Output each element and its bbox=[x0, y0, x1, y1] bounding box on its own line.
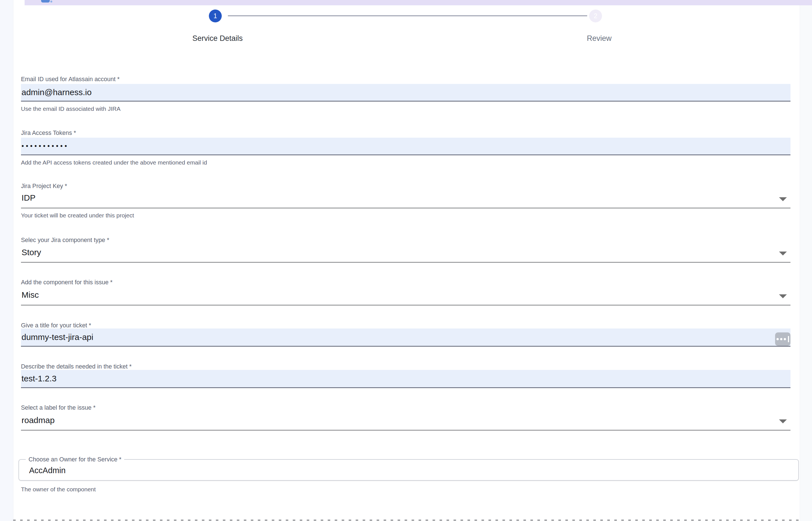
component-select-value[interactable]: Misc bbox=[22, 290, 39, 300]
component-select-underline bbox=[21, 305, 790, 305]
step-2-label[interactable]: Review bbox=[587, 34, 612, 43]
runtime-input-dot bbox=[780, 338, 782, 340]
project-key-select-value[interactable]: IDP bbox=[22, 193, 35, 203]
component-type-field-label: Selec your Jira component type * bbox=[21, 237, 109, 244]
owner-field-label: Choose an Owner for the Service * bbox=[26, 456, 124, 463]
below-fold-content-edge bbox=[13, 520, 800, 521]
email-input-value: admin@harness.io bbox=[21, 88, 92, 97]
component-type-select-underline bbox=[21, 262, 790, 263]
jira-tokens-field-label: Jira Access Tokens * bbox=[21, 130, 76, 137]
project-key-helper-text: Your ticket will be created under this p… bbox=[21, 212, 134, 219]
issue-label-caret-down-icon[interactable] bbox=[779, 420, 787, 423]
jira-tokens-masked-value: ••••••••••• bbox=[21, 142, 69, 150]
runtime-input-dot bbox=[784, 338, 786, 340]
owner-input[interactable]: Choose an Owner for the Service * AccAdm… bbox=[19, 459, 799, 481]
cutoff-icon-fragment bbox=[41, 0, 50, 2]
step-1-number: 1 bbox=[214, 12, 217, 20]
owner-input-value: AccAdmin bbox=[29, 466, 66, 475]
project-key-select-underline bbox=[21, 208, 790, 208]
jira-tokens-input[interactable]: ••••••••••• bbox=[21, 138, 790, 155]
jira-tokens-helper-text: Add the API access tokens created under … bbox=[21, 159, 207, 166]
component-caret-down-icon[interactable] bbox=[779, 294, 787, 298]
ticket-description-input[interactable]: test-1.2.3 bbox=[21, 370, 790, 388]
project-key-field-label: Jira Project Key * bbox=[21, 183, 67, 190]
right-gutter bbox=[800, 5, 812, 521]
ticket-title-field-label: Give a title for your ticket * bbox=[21, 322, 91, 329]
issue-label-select-value[interactable]: roadmap bbox=[22, 415, 54, 425]
top-purple-bar bbox=[25, 0, 812, 5]
email-helper-text: Use the email ID associated with JIRA bbox=[21, 106, 120, 112]
component-type-select-value[interactable]: Story bbox=[22, 248, 41, 257]
issue-label-select-underline bbox=[21, 430, 790, 431]
email-field-label: Email ID used for Atlassain account * bbox=[21, 76, 120, 83]
ticket-description-field-label: Describe the details needed in the ticke… bbox=[21, 363, 132, 370]
runtime-input-icon[interactable] bbox=[775, 333, 790, 346]
ticket-title-input[interactable]: dummy-test-jira-api bbox=[21, 329, 790, 347]
step-2-circle[interactable]: 2 bbox=[589, 9, 602, 22]
component-type-caret-down-icon[interactable] bbox=[779, 252, 787, 255]
wizard-page: 1 Service Details 2 Review Email ID used… bbox=[0, 0, 812, 521]
component-field-label: Add the component for this issue * bbox=[21, 279, 113, 286]
step-2-number: 2 bbox=[594, 12, 598, 20]
ticket-description-input-value: test-1.2.3 bbox=[21, 374, 56, 383]
runtime-input-dot bbox=[777, 338, 779, 340]
step-1-label[interactable]: Service Details bbox=[192, 34, 243, 43]
email-input[interactable]: admin@harness.io bbox=[21, 84, 790, 101]
step-1-circle[interactable]: 1 bbox=[209, 9, 222, 22]
stepper-connector-line bbox=[228, 15, 587, 16]
issue-label-field-label: Select a label for the issue * bbox=[21, 404, 96, 411]
ticket-title-input-value: dummy-test-jira-api bbox=[21, 333, 93, 342]
runtime-input-bar bbox=[788, 336, 789, 342]
project-key-caret-down-icon[interactable] bbox=[779, 197, 787, 201]
owner-helper-text: The owner of the component bbox=[21, 486, 96, 493]
left-gutter bbox=[0, 0, 14, 521]
